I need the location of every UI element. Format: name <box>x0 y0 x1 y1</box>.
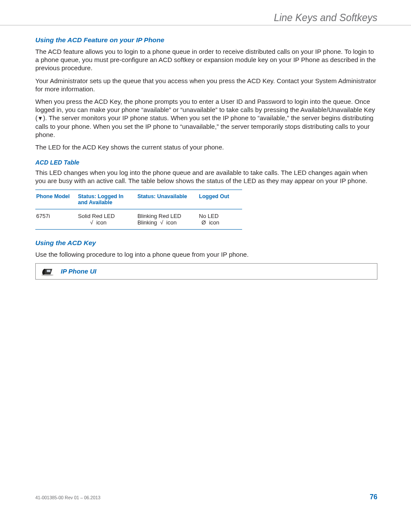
cell-available: Solid Red LED √ icon <box>77 209 137 230</box>
text: √ icon <box>78 219 134 226</box>
text: icon <box>96 219 106 226</box>
paragraph: This LED changes when you log into the p… <box>35 168 377 185</box>
page: Line Keys and Softkeys Using the ACD Fea… <box>0 0 411 532</box>
col-phone-model: Phone Model <box>35 190 77 209</box>
cell-model: 6757i <box>35 209 77 230</box>
content: Using the ACD Feature on your IP Phone T… <box>35 36 377 280</box>
paragraph: The ACD feature allows you to login to a… <box>35 47 377 72</box>
footer-docid: 41-001385-00 Rev 01 – 06.2013 <box>35 495 100 500</box>
phone-icon <box>40 266 55 277</box>
cell-unavailable: Blinking Red LED Blinking √ icon <box>137 209 198 230</box>
check-icon: √ <box>90 219 93 226</box>
text: Blinking <box>137 219 157 226</box>
table-header-row: Phone Model Status: Logged In and Availa… <box>35 190 242 209</box>
footer-page-number: 76 <box>370 493 377 501</box>
col-status-unavailable: Status: Unavailable <box>137 190 198 209</box>
text: ). The server monitors your IP phone sta… <box>35 114 374 138</box>
cell-loggedout: No LED Ø icon <box>198 209 242 230</box>
text: No LED <box>199 213 240 219</box>
col-status-available: Status: Logged In and Available <box>77 190 137 209</box>
text: icon <box>166 219 177 226</box>
heading-acd-feature: Using the ACD Feature on your IP Phone <box>35 36 377 44</box>
triangle-down-icon: ▼ <box>37 115 43 121</box>
paragraph: Your Administrator sets up the queue tha… <box>35 77 377 93</box>
page-header-title: Line Keys and Softkeys <box>274 12 377 24</box>
heading-acd-led-table: ACD LED Table <box>35 159 377 166</box>
text: Ø icon <box>199 219 240 226</box>
text: icon <box>209 219 219 226</box>
text: Blinking √ icon <box>137 219 196 226</box>
table-row: 6757i Solid Red LED √ icon Blinking Red … <box>35 209 242 230</box>
acd-led-table: Phone Model Status: Logged In and Availa… <box>35 190 242 230</box>
check-icon: √ <box>160 219 163 226</box>
callout-ip-phone-ui: IP Phone UI <box>35 263 377 280</box>
col-logged-out: Logged Out <box>198 190 242 209</box>
paragraph: Use the following procedure to log into … <box>35 250 377 258</box>
text: Solid Red LED <box>78 213 134 219</box>
text: Blinking Red LED <box>137 213 196 219</box>
heading-using-acd-key: Using the ACD Key <box>35 239 377 247</box>
nullset-icon: Ø <box>202 219 206 226</box>
svg-rect-1 <box>47 270 51 272</box>
footer: 41-001385-00 Rev 01 – 06.2013 76 <box>35 493 377 501</box>
header-rule <box>0 25 411 25</box>
callout-title: IP Phone UI <box>61 268 97 275</box>
paragraph: When you press the ACD Key, the phone pr… <box>35 97 377 139</box>
paragraph: The LED for the ACD Key shows the curren… <box>35 143 377 151</box>
